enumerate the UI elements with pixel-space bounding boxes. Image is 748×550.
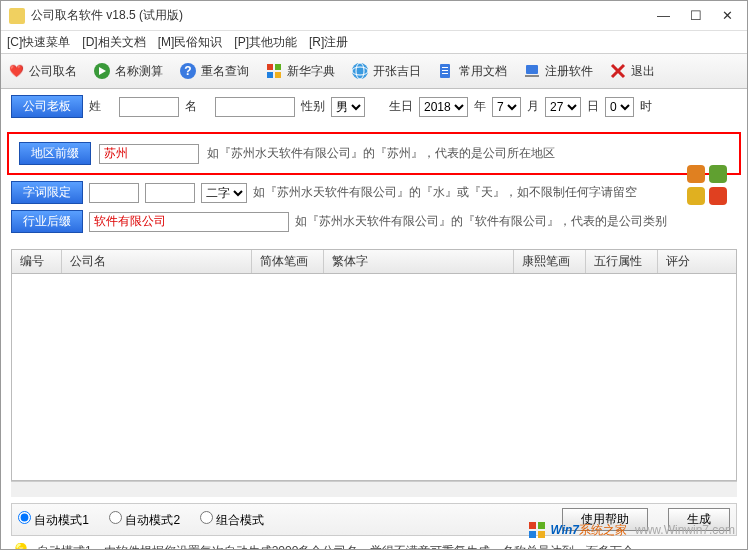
region-button[interactable]: 地区前缀	[19, 142, 91, 165]
surname-input[interactable]	[119, 97, 179, 117]
hour-unit: 时	[640, 98, 652, 115]
col-id[interactable]: 编号	[12, 250, 62, 273]
year-unit: 年	[474, 98, 486, 115]
toolbar-commondoc[interactable]: 常用文档	[437, 62, 507, 80]
region-row-highlight: 地区前缀 如『苏州水天软件有限公司』的『苏州』，代表的是公司所在地区	[7, 132, 741, 175]
svg-rect-6	[275, 72, 281, 78]
office-icon	[683, 161, 733, 209]
mode2-radio[interactable]: 自动模式2	[109, 511, 180, 529]
svg-rect-23	[538, 531, 545, 538]
document-icon	[437, 62, 455, 80]
form-area: 公司老板 姓 名 性别 男 生日 2018 年 7 月 27 日 0 时	[1, 89, 747, 128]
svg-rect-5	[267, 72, 273, 78]
svg-rect-11	[442, 67, 448, 68]
industry-button[interactable]: 行业后缀	[11, 210, 83, 233]
toolbar-register[interactable]: 注册软件	[523, 62, 593, 80]
question-icon: ?	[179, 62, 197, 80]
menubar: [C]快速菜单 [D]相关文档 [M]民俗知识 [P]其他功能 [R]注册	[1, 31, 747, 53]
svg-rect-19	[709, 187, 727, 205]
toolbar-test[interactable]: 名称测算	[93, 62, 163, 80]
gender-select[interactable]: 男	[331, 97, 365, 117]
footer-text: 自动模式1：由软件根据您设置每次自动生成2000多个公司名；觉得不满意可重复生成…	[37, 543, 634, 550]
maximize-button[interactable]: ☐	[690, 8, 702, 23]
toolbar-dict[interactable]: 新华字典	[265, 62, 335, 80]
toolbar-duplicate[interactable]: ?重名查询	[179, 62, 249, 80]
svg-rect-14	[526, 65, 538, 74]
windows-icon	[265, 62, 283, 80]
results-table: 编号 公司名 简体笔画 繁体字 康熙笔画 五行属性 评分	[11, 249, 737, 481]
char-input2[interactable]	[145, 183, 195, 203]
svg-rect-13	[442, 73, 448, 74]
mode3-radio[interactable]: 组合模式	[200, 511, 264, 529]
app-icon	[9, 8, 25, 24]
toolbar: ❤️公司取名 名称测算 ?重名查询 新华字典 开张吉日 常用文档 注册软件 退出	[1, 53, 747, 89]
month-unit: 月	[527, 98, 539, 115]
svg-rect-20	[529, 522, 536, 529]
birth-label: 生日	[389, 98, 413, 115]
row-char: 字词限定 二字 如『苏州水天软件有限公司』的『水』或『天』，如不限制任何字请留空	[11, 181, 737, 204]
table-body[interactable]	[12, 274, 736, 480]
svg-rect-21	[538, 522, 545, 529]
close-icon	[609, 62, 627, 80]
char-hint: 如『苏州水天软件有限公司』的『水』或『天』，如不限制任何字请留空	[253, 184, 637, 201]
day-unit: 日	[587, 98, 599, 115]
col-score[interactable]: 评分	[658, 250, 736, 273]
svg-rect-16	[687, 165, 705, 183]
svg-rect-3	[267, 64, 273, 70]
year-select[interactable]: 2018	[419, 97, 468, 117]
menu-docs[interactable]: [D]相关文档	[82, 34, 145, 51]
char-input[interactable]	[89, 183, 139, 203]
globe-icon	[351, 62, 369, 80]
titlebar: 公司取名软件 v18.5 (试用版) — ☐ ✕	[1, 1, 747, 31]
close-button[interactable]: ✕	[722, 8, 733, 23]
region-hint: 如『苏州水天软件有限公司』的『苏州』，代表的是公司所在地区	[207, 145, 555, 162]
arrow-icon	[93, 62, 111, 80]
svg-rect-22	[529, 531, 536, 538]
gender-label: 性别	[301, 98, 325, 115]
hour-select[interactable]: 0	[605, 97, 634, 117]
char-count-select[interactable]: 二字	[201, 183, 247, 203]
svg-point-7	[352, 63, 368, 79]
svg-rect-15	[525, 75, 539, 77]
window-controls: — ☐ ✕	[657, 8, 739, 23]
table-header: 编号 公司名 简体笔画 繁体字 康熙笔画 五行属性 评分	[12, 250, 736, 274]
name-input[interactable]	[215, 97, 295, 117]
industry-hint: 如『苏州水天软件有限公司』的『软件有限公司』，代表的是公司类别	[295, 213, 667, 230]
horizontal-scrollbar[interactable]	[11, 481, 737, 497]
svg-rect-4	[275, 64, 281, 70]
minimize-button[interactable]: —	[657, 8, 670, 23]
mode1-radio[interactable]: 自动模式1	[18, 511, 89, 529]
watermark: Win7系统之家 www.Winwin7.com	[528, 521, 735, 539]
char-button[interactable]: 字词限定	[11, 181, 83, 204]
col-wuxing[interactable]: 五行属性	[586, 250, 658, 273]
svg-rect-12	[442, 70, 448, 71]
col-trad[interactable]: 繁体字	[324, 250, 514, 273]
svg-rect-17	[709, 165, 727, 183]
menu-register[interactable]: [R]注册	[309, 34, 348, 51]
col-simp[interactable]: 简体笔画	[252, 250, 324, 273]
bulb-icon: 💡	[11, 542, 31, 550]
row-industry: 行业后缀 如『苏州水天软件有限公司』的『软件有限公司』，代表的是公司类别	[11, 210, 737, 233]
col-kangxi[interactable]: 康熙笔画	[514, 250, 586, 273]
surname-label: 姓	[89, 98, 113, 115]
boss-button[interactable]: 公司老板	[11, 95, 83, 118]
month-select[interactable]: 7	[492, 97, 521, 117]
industry-input[interactable]	[89, 212, 289, 232]
toolbar-exit[interactable]: 退出	[609, 62, 655, 80]
toolbar-naming[interactable]: ❤️公司取名	[7, 62, 77, 80]
laptop-icon	[523, 62, 541, 80]
day-select[interactable]: 27	[545, 97, 581, 117]
heart-icon: ❤️	[7, 62, 25, 80]
toolbar-lucky[interactable]: 开张吉日	[351, 62, 421, 80]
menu-other[interactable]: [P]其他功能	[234, 34, 297, 51]
row-boss: 公司老板 姓 名 性别 男 生日 2018 年 7 月 27 日 0 时	[11, 95, 737, 118]
svg-text:?: ?	[184, 64, 191, 78]
footer-hint: 💡 自动模式1：由软件根据您设置每次自动生成2000多个公司名；觉得不满意可重复…	[11, 542, 737, 550]
menu-folk[interactable]: [M]民俗知识	[158, 34, 223, 51]
menu-quick[interactable]: [C]快速菜单	[7, 34, 70, 51]
region-input[interactable]	[99, 144, 199, 164]
col-name[interactable]: 公司名	[62, 250, 252, 273]
svg-rect-18	[687, 187, 705, 205]
name-label: 名	[185, 98, 209, 115]
windows-logo-icon	[528, 521, 546, 539]
